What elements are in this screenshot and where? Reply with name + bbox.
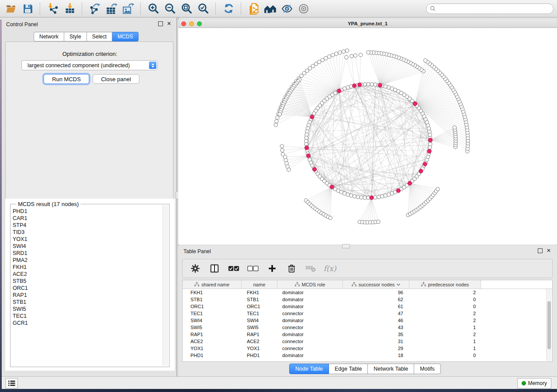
table-scrollbar-thumb[interactable]: [547, 301, 551, 349]
search-field[interactable]: [426, 3, 554, 14]
mcds-result-list[interactable]: PHD1CAR1STP4TID3YOX1SWI4SRD1PMA2FKH1ACE2…: [11, 208, 162, 366]
settings-gear-icon[interactable]: [189, 262, 202, 275]
deselect-all-checkboxes-icon[interactable]: [246, 262, 259, 275]
two-houses-icon: [264, 3, 277, 14]
memory-button[interactable]: Memory: [517, 378, 551, 389]
houses-button[interactable]: [263, 2, 278, 16]
network-from-document-button[interactable]: [246, 2, 261, 16]
column-header-shared-name[interactable]: shared name: [183, 280, 242, 289]
open-file-button[interactable]: [3, 2, 18, 16]
hide-eye-button[interactable]: [280, 2, 294, 16]
cell-shared-name: PHD1: [183, 353, 242, 358]
tab-select[interactable]: Select: [87, 32, 112, 41]
tab-mcds[interactable]: MCDS: [112, 32, 138, 41]
column-header-filler: [481, 280, 552, 289]
node-table[interactable]: shared namenameMCDS rolesuccessor nodesp…: [182, 280, 553, 362]
result-node[interactable]: RAP1: [11, 292, 162, 299]
table-row[interactable]: TEC1TEC1connector472: [183, 310, 552, 317]
table-row[interactable]: PHD1PHD1dominator180: [183, 352, 552, 359]
toolbar-separator: [241, 3, 242, 15]
float-window-icon[interactable]: [158, 21, 163, 26]
run-mcds-button[interactable]: Run MCDS: [44, 74, 89, 84]
tab-style[interactable]: Style: [64, 32, 87, 41]
zoom-in-button[interactable]: [146, 2, 161, 16]
result-node[interactable]: SRD1: [11, 250, 162, 257]
result-node[interactable]: PMA2: [11, 257, 162, 264]
column-header-predecessor-nodes[interactable]: predecessor nodes: [409, 280, 481, 289]
columns-icon[interactable]: [208, 262, 221, 275]
mcds-result-title: MCDS result (17 nodes): [16, 201, 80, 207]
cell-successor-nodes: 47: [343, 311, 409, 316]
result-node[interactable]: GCR1: [11, 320, 162, 327]
table-row[interactable]: ORC1ORC1dominator610: [183, 303, 552, 310]
tab-motifs[interactable]: Motifs: [414, 364, 440, 374]
horizontal-splitter-handle[interactable]: [342, 244, 350, 248]
result-scrollbar[interactable]: [163, 205, 168, 366]
result-node[interactable]: SWI5: [11, 306, 162, 313]
export-image-button[interactable]: [121, 2, 135, 16]
cell-successor-nodes: 62: [343, 297, 409, 302]
result-node[interactable]: TID3: [11, 229, 162, 236]
table-row[interactable]: STB1STB1dominator620: [183, 296, 552, 303]
zoom-in-icon: [148, 3, 159, 14]
delete-column-icon[interactable]: [285, 262, 298, 275]
cell-successor-nodes: 96: [343, 290, 409, 295]
result-node[interactable]: STB1: [11, 299, 162, 306]
network-canvas[interactable]: [178, 28, 557, 244]
close-panel-icon[interactable]: ✕: [547, 249, 551, 253]
float-window-icon[interactable]: [538, 248, 543, 253]
cell-name: RAP1: [242, 332, 277, 337]
refresh-button[interactable]: [221, 2, 236, 16]
close-panel-button[interactable]: Close panel: [93, 74, 139, 84]
table-row[interactable]: SWI5SWI5connector431: [183, 324, 552, 331]
result-node[interactable]: FKH1: [11, 264, 162, 271]
cell-predecessor-nodes: 0: [409, 353, 481, 358]
table-panel-dock-icons: ✕: [538, 248, 551, 253]
tab-network[interactable]: Network: [34, 32, 64, 41]
search-input[interactable]: [438, 5, 550, 12]
table-row[interactable]: ACE2ACE2connector311: [183, 338, 552, 345]
export-table-button[interactable]: [104, 2, 119, 16]
tab-network-table[interactable]: Network Table: [368, 364, 414, 374]
result-node[interactable]: SWI4: [11, 243, 162, 250]
cell-shared-name: YOX1: [183, 346, 242, 351]
zoom-out-button[interactable]: [163, 2, 177, 16]
show-eye-button[interactable]: [296, 2, 311, 16]
import-table-button[interactable]: [62, 2, 77, 16]
close-panel-icon[interactable]: ✕: [167, 22, 171, 26]
column-header-MCDS-role[interactable]: MCDS role: [277, 280, 343, 289]
result-node[interactable]: ACE2: [11, 271, 162, 278]
result-node[interactable]: PHD1: [11, 208, 162, 215]
cell-predecessor-nodes: 2: [409, 311, 481, 316]
zoom-out-icon: [164, 3, 176, 14]
result-node[interactable]: ORC1: [11, 285, 162, 292]
cell-successor-nodes: 35: [343, 332, 409, 337]
result-node[interactable]: TEC1: [11, 313, 162, 320]
tab-edge-table[interactable]: Edge Table: [329, 364, 368, 374]
import-network-icon: [47, 3, 59, 14]
column-header-name[interactable]: name: [242, 280, 277, 289]
table-row[interactable]: FKH1FKH1dominator962: [183, 289, 552, 296]
column-header-successor-nodes[interactable]: successor nodes: [343, 280, 409, 289]
criterion-dropdown[interactable]: largest connected component (undirected): [21, 60, 158, 70]
tab-node-table[interactable]: Node Table: [289, 364, 329, 374]
select-all-checkboxes-icon[interactable]: [227, 262, 240, 275]
table-row[interactable]: YOX1YOX1connector291: [183, 345, 552, 352]
cell-MCDS-role: dominator: [277, 318, 343, 323]
table-row[interactable]: RAP1RAP1dominator352: [183, 331, 552, 338]
result-node[interactable]: YOX1: [11, 236, 162, 243]
import-network-button[interactable]: [45, 2, 60, 16]
table-scrollbar[interactable]: [546, 289, 552, 361]
result-node[interactable]: CAR1: [11, 215, 162, 222]
zoom-selected-button[interactable]: [196, 2, 211, 16]
result-node[interactable]: STB5: [11, 278, 162, 285]
zoom-fit-button[interactable]: [179, 2, 194, 16]
add-column-icon[interactable]: [266, 262, 279, 275]
log-console-button[interactable]: [5, 378, 18, 389]
table-row[interactable]: SWI4SWI4dominator462: [183, 317, 552, 324]
cell-MCDS-role: dominator: [277, 304, 343, 309]
export-network-button[interactable]: [87, 2, 102, 16]
result-node[interactable]: STP4: [11, 222, 162, 229]
save-session-button[interactable]: [20, 2, 35, 16]
table-panel: Table Panel ✕: [178, 246, 557, 376]
